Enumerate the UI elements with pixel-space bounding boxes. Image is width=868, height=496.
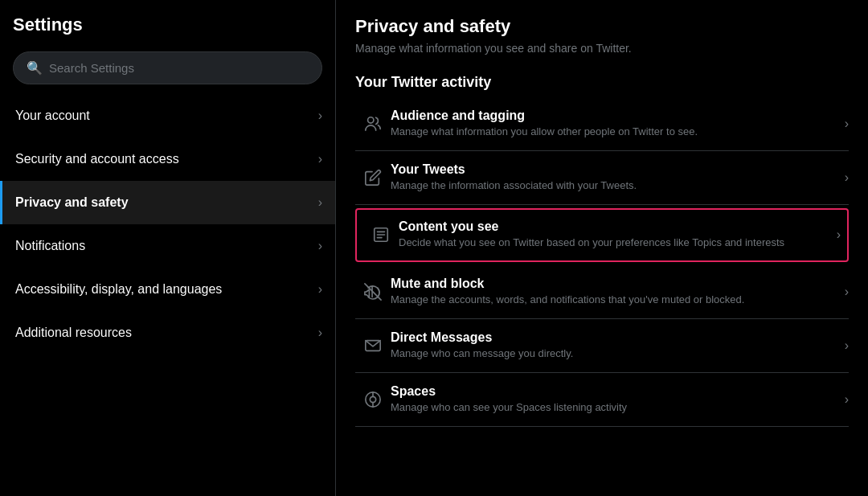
svg-point-8 xyxy=(370,396,375,402)
section-title: Your Twitter activity xyxy=(355,74,849,91)
menu-item-title: Spaces xyxy=(391,384,835,399)
menu-item-desc: Manage the accounts, words, and notifica… xyxy=(391,293,835,307)
main-content: Privacy and safety Manage what informati… xyxy=(336,0,868,496)
chevron-right-icon: › xyxy=(845,117,849,131)
people-icon xyxy=(355,115,391,133)
chevron-right-icon: › xyxy=(837,228,841,242)
mute-icon xyxy=(355,283,391,301)
main-title: Privacy and safety xyxy=(355,16,849,37)
menu-item-desc: Manage who can message you directly. xyxy=(391,346,835,361)
menu-item-desc: Decide what you see on Twitter based on … xyxy=(399,236,827,250)
chevron-right-icon: › xyxy=(318,109,322,123)
menu-list: Audience and tagging Manage what informa… xyxy=(355,97,849,427)
menu-item-desc: Manage the information associated with y… xyxy=(391,178,835,193)
spaces-icon xyxy=(355,391,391,408)
menu-item-spaces[interactable]: Spaces Manage who can see your Spaces li… xyxy=(355,373,849,427)
search-bar[interactable]: 🔍 Search Settings xyxy=(13,51,322,84)
chevron-right-icon: › xyxy=(845,285,849,299)
sidebar-item-additional[interactable]: Additional resources › xyxy=(0,311,335,355)
sidebar-item-label: Notifications xyxy=(15,239,85,253)
search-bar-wrapper: 🔍 Search Settings xyxy=(0,45,335,94)
sidebar-item-label: Additional resources xyxy=(15,326,132,340)
menu-item-mute-block[interactable]: Mute and block Manage the accounts, word… xyxy=(355,265,849,319)
sidebar-item-label: Privacy and safety xyxy=(15,195,129,210)
menu-item-title: Your Tweets xyxy=(391,162,835,177)
menu-item-title: Content you see xyxy=(399,219,827,234)
search-bar-placeholder: Search Settings xyxy=(49,61,134,75)
main-subtitle: Manage what information you see and shar… xyxy=(355,42,849,55)
sidebar-item-your-account[interactable]: Your account › xyxy=(0,94,335,137)
menu-item-desc: Manage what information you allow other … xyxy=(391,125,835,139)
chevron-right-icon: › xyxy=(318,239,322,253)
menu-item-desc: Manage who can see your Spaces listening… xyxy=(391,400,835,415)
sidebar-item-label: Accessibility, display, and languages xyxy=(15,282,222,297)
sidebar-item-label: Your account xyxy=(15,109,90,123)
chevron-right-icon: › xyxy=(845,338,849,353)
chevron-right-icon: › xyxy=(845,170,849,185)
search-icon: 🔍 xyxy=(27,60,43,76)
chevron-right-icon: › xyxy=(318,195,322,210)
menu-item-direct-messages[interactable]: Direct Messages Manage who can message y… xyxy=(355,319,849,373)
sidebar-item-label: Security and account access xyxy=(15,152,179,166)
menu-item-title: Audience and tagging xyxy=(391,109,835,123)
chevron-right-icon: › xyxy=(845,392,849,407)
sidebar-item-security[interactable]: Security and account access › xyxy=(0,137,335,181)
menu-item-title: Mute and block xyxy=(391,277,835,291)
menu-item-audience-tagging[interactable]: Audience and tagging Manage what informa… xyxy=(355,97,849,151)
envelope-icon xyxy=(355,337,391,355)
sidebar-item-notifications[interactable]: Notifications › xyxy=(0,224,335,268)
chevron-right-icon: › xyxy=(318,282,322,297)
chevron-right-icon: › xyxy=(318,326,322,340)
list-icon xyxy=(363,226,399,244)
menu-item-title: Direct Messages xyxy=(391,330,835,345)
sidebar: Settings 🔍 Search Settings Your account … xyxy=(0,0,336,496)
sidebar-item-accessibility[interactable]: Accessibility, display, and languages › xyxy=(0,268,335,311)
menu-item-your-tweets[interactable]: Your Tweets Manage the information assoc… xyxy=(355,151,849,205)
sidebar-title: Settings xyxy=(0,0,335,45)
sidebar-item-privacy[interactable]: Privacy and safety › xyxy=(0,181,335,224)
chevron-right-icon: › xyxy=(318,152,322,166)
menu-item-content-you-see[interactable]: Content you see Decide what you see on T… xyxy=(355,208,849,261)
pencil-icon xyxy=(355,169,391,187)
svg-point-0 xyxy=(368,117,374,123)
sidebar-nav: Your account › Security and account acce… xyxy=(0,94,335,355)
